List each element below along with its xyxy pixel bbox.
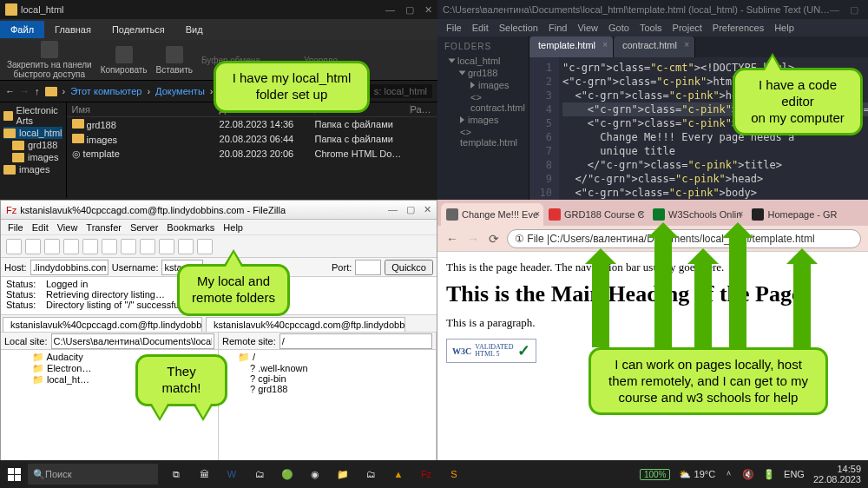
app-explorer-icon[interactable]: 🗂 [247, 462, 273, 486]
fwd-icon[interactable]: → [20, 86, 30, 96]
app-filezilla-icon[interactable]: Fz [413, 462, 439, 486]
search-field[interactable]: s: local_html [369, 84, 432, 98]
taskbar-search[interactable]: 🔍 Поиск [28, 464, 158, 485]
explorer-titlebar[interactable]: local_html — ▢ ✕ [0, 0, 437, 19]
system-tray[interactable]: 100% ⛅ 19°C ＾🔇🔋 ENG 14:5922.08.2023 [633, 464, 868, 485]
copy-tool[interactable]: Копировать [101, 46, 148, 75]
remote-site-input[interactable] [279, 333, 432, 349]
port-input[interactable] [355, 260, 381, 275]
w3c-badge[interactable]: W3C VALIDATED HTML 5 ✓ [446, 339, 536, 363]
favicon [446, 208, 458, 221]
minimize-icon[interactable]: — [830, 4, 839, 16]
start-button[interactable] [0, 460, 28, 488]
explorer-tree[interactable]: Electronic Arts local_html grd188 images… [0, 102, 67, 198]
language-indicator[interactable]: ENG [784, 469, 805, 479]
host-input[interactable] [30, 260, 108, 275]
list-item: grd18822.08.2023 14:36Папка с файлами [67, 117, 450, 132]
arrow-icon [729, 234, 746, 347]
weather-widget[interactable]: ⛅ 19°C [679, 469, 715, 480]
arrow-icon [793, 260, 811, 347]
filezilla-icon: Fz [6, 205, 16, 215]
callout-5: I can work on pages locally, host them r… [589, 347, 828, 415]
list-item: ◎ template20.08.2023 20:06Chrome HTML Do… [67, 147, 450, 162]
close-tab-icon[interactable]: × [602, 40, 608, 49]
app-edge-icon[interactable]: 🟢 [274, 462, 300, 486]
filezilla-titlebar[interactable]: Fz kstanislavuk%40cpccagd.com@ftp.lindyd… [1, 201, 437, 220]
arrow-icon [654, 234, 672, 347]
browser-tab[interactable]: GRD188 Course C× [543, 203, 648, 226]
app-word-icon[interactable]: W [219, 462, 245, 486]
arrow-icon [592, 260, 609, 347]
editor-tab[interactable]: contract.html× [614, 36, 695, 57]
taskview-icon[interactable]: ⧉ [163, 462, 189, 486]
ribbon-view[interactable]: Вид [175, 21, 214, 38]
app-explorer2-icon[interactable]: 🗂 [358, 462, 384, 486]
ribbon-file[interactable]: Файл [0, 21, 44, 38]
minimize-icon[interactable]: — [385, 4, 395, 16]
folder-icon [45, 87, 57, 96]
maximize-icon[interactable]: ▢ [405, 4, 414, 16]
arrow-icon [694, 260, 712, 347]
explorer-file-list[interactable]: Имя Дата изменения Тип Ра… grd18822.08.2… [67, 102, 450, 198]
filezilla-menu[interactable]: FileEditViewTransferServerBookmarksHelp [1, 220, 437, 235]
ribbon-home[interactable]: Главная [44, 21, 102, 38]
app-sublime-icon[interactable]: S [441, 462, 467, 486]
ribbon-share[interactable]: Поделиться [102, 21, 175, 38]
back-icon[interactable]: ← [444, 231, 460, 247]
explorer-title: local_html [21, 4, 64, 15]
address-bar[interactable]: ① File | C:/Users/валентина/Documents/lo… [507, 229, 861, 248]
sublime-sidebar[interactable]: FOLDERS local_html grd188 images<> contr… [437, 36, 529, 200]
battery-icon[interactable]: 100% [640, 469, 671, 480]
sublime-tabs: template.html× contract.html× [529, 36, 868, 57]
close-icon[interactable]: ✕ [424, 4, 432, 16]
windows-taskbar: 🔍 Поиск ⧉ 🏛 W 🗂 🟢 ◉ 📁 🗂 ▲ Fz S 100% ⛅ 19… [0, 460, 868, 488]
callout-2: I have a code editor on my computer [733, 68, 863, 135]
back-icon[interactable]: ← [5, 86, 15, 96]
close-tab-icon[interactable]: × [535, 208, 540, 219]
close-tab-icon[interactable]: × [684, 40, 689, 49]
sublime-menu[interactable]: FileEditSelectionFindViewGotoToolsProjec… [437, 19, 868, 36]
app-folder-icon[interactable]: 📁 [330, 462, 356, 486]
app-vlc-icon[interactable]: ▲ [385, 462, 411, 486]
app-colosseum-icon[interactable]: 🏛 [191, 462, 217, 486]
clock[interactable]: 14:5922.08.2023 [813, 464, 861, 485]
sublime-titlebar[interactable]: C:\Users\валентина\Documents\local_html\… [437, 0, 868, 19]
callout-3: My local and remote folders [177, 264, 290, 316]
callout-1: I have my local_html folder set up [214, 61, 370, 113]
callout-4: They match! [135, 354, 227, 406]
explorer-ribbon: Файл Главная Поделиться Вид [0, 19, 437, 40]
list-item: images20.08.2023 06:44Папка с файлами [67, 132, 450, 147]
reload-icon[interactable]: ⟳ [486, 231, 502, 247]
maximize-icon[interactable]: ▢ [850, 4, 858, 16]
pin-tool[interactable]: Закрепить на панели быстрого доступа [7, 41, 92, 79]
editor-tab[interactable]: template.html× [529, 36, 614, 57]
local-site-input[interactable] [51, 333, 214, 349]
up-icon[interactable]: ↑ [35, 86, 40, 96]
filezilla-toolbar[interactable] [1, 235, 437, 258]
favicon [653, 208, 665, 221]
paste-tool[interactable]: Вставить [156, 46, 193, 75]
fwd-icon[interactable]: → [465, 231, 481, 247]
favicon [752, 208, 764, 221]
favicon [549, 208, 561, 221]
check-icon: ✓ [517, 341, 530, 360]
browser-tab[interactable]: Homepage - GR [746, 203, 842, 226]
quickconnect-button[interactable]: Quickco [385, 260, 433, 275]
browser-tab[interactable]: Change Me!!! Eve× [441, 203, 543, 226]
folder-icon [5, 3, 17, 16]
remote-tree[interactable]: 📁 / ? .well-known ? cgi-bin ? grd188 [219, 350, 436, 460]
filezilla-site-tabs[interactable]: kstanislavuk%40cpccagd.com@ftp.lindydobb… [1, 315, 437, 333]
filezilla-window: Fz kstanislavuk%40cpccagd.com@ftp.lindyd… [0, 200, 437, 460]
app-chrome-icon[interactable]: ◉ [302, 462, 328, 486]
